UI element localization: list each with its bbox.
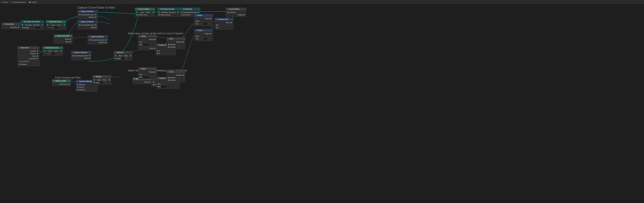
node-header[interactable]: ▼ Resample Curve bbox=[46, 20, 66, 23]
socket-out bbox=[244, 14, 245, 16]
label: Attribute bbox=[99, 42, 105, 44]
label-r: Geometry bbox=[33, 24, 40, 26]
row-geom: Geometry Geometry bbox=[88, 39, 108, 41]
row-x: X bbox=[215, 24, 233, 26]
label: Vector bbox=[226, 22, 230, 24]
node-header[interactable]: ▼ Capture Attribute bbox=[88, 35, 108, 38]
node-capture-attr-3[interactable]: ▼ Capture Attribute Geometry Geometry At… bbox=[88, 35, 108, 44]
value[interactable]: 3.000 bbox=[121, 57, 129, 60]
node-switch-1[interactable]: ▼ Switch Output False True 1.000 bbox=[194, 14, 213, 26]
socket-out bbox=[70, 41, 71, 42]
node-header[interactable]: ▼ Resample Curve bbox=[43, 46, 63, 49]
node-switch-2[interactable]: ▼ Switch Output False True 1.000 bbox=[194, 29, 213, 41]
row-a: A bbox=[156, 50, 176, 52]
node-capture-attr-4[interactable]: ▼ Capture Attribute Geometry Geometry Va… bbox=[71, 51, 92, 60]
close-icon[interactable]: ✕ bbox=[190, 14, 192, 16]
node-capture-attr-1[interactable]: ▼ Capture Attribute Geometry Geometry At… bbox=[77, 10, 98, 19]
node-header[interactable]: ▼ Switch bbox=[194, 29, 213, 32]
node-object-info[interactable]: ▼ Object Info Location Rotation Scale Ge… bbox=[17, 46, 40, 66]
node-and-1[interactable]: ▼ And Boolean Boolean Boolean bbox=[166, 37, 185, 49]
value[interactable]: 4.000 bbox=[100, 82, 108, 84]
capture-label: Capture Curve Factor & Index bbox=[77, 6, 115, 9]
node-header[interactable]: ▼ Set Spline Resolution bbox=[21, 20, 44, 23]
node-header[interactable]: ▼ Capture Attribute bbox=[78, 10, 98, 13]
node-header[interactable]: ▼ Combine XYZ bbox=[215, 18, 233, 21]
value[interactable]: 1.000 bbox=[204, 23, 212, 25]
node-combine-xyz[interactable]: ▼ Combine XYZ Vector X Y bbox=[214, 18, 234, 30]
toolbar-geo-nodes[interactable]: ✦ GeometryNodes bbox=[11, 1, 26, 3]
node-body: Curve Curve Evaluated bbox=[43, 49, 63, 56]
node-header[interactable]: ▼ Group Output bbox=[226, 8, 246, 10]
face-corners-label: Face Corners per Row bbox=[55, 76, 80, 79]
node-spline-param[interactable]: ▼ Spline Parameter Factor Index bbox=[54, 34, 72, 44]
node-set-shade-smooth[interactable]: ▼ Set Shade Smooth Geometry Geometry Sha… bbox=[157, 8, 180, 17]
node-header[interactable]: ▼ Switch bbox=[194, 14, 213, 17]
node-group-input[interactable]: ▼ Group Input Geometry bbox=[2, 22, 20, 29]
value[interactable]: 1.000 bbox=[204, 38, 212, 40]
node-header[interactable]: ▼ Equal bbox=[138, 35, 157, 38]
node-spline-length[interactable]: ▼ Spline Length Point Count bbox=[52, 80, 71, 86]
node-capture-attr-2[interactable]: ▼ Capture Attribute Geometry Geometry Va… bbox=[77, 20, 98, 30]
label-r: Geometry bbox=[88, 14, 94, 16]
socket-out bbox=[89, 55, 90, 56]
label: Geometry bbox=[80, 24, 88, 26]
node-header[interactable]: ▼ Set Shade Smooth bbox=[157, 8, 180, 10]
node-title: Set Shade Smooth bbox=[160, 8, 174, 10]
node-body: Value Value Value 4.000 bbox=[92, 78, 111, 84]
row-bool-in2: Boolean bbox=[166, 79, 185, 82]
node-header[interactable]: ▼ Capture Attribute bbox=[78, 20, 98, 23]
value[interactable]: 0 bbox=[142, 76, 150, 78]
node-multiply[interactable]: ▼ Multiply Value Value Value 4.000 bbox=[92, 75, 111, 85]
row-result: Result bbox=[138, 38, 157, 41]
dropdown[interactable]: Evaluated bbox=[47, 26, 58, 29]
toolbar: ⊙ Curve › ✦ GeometryNodes › 🔒 43146 bbox=[0, 0, 644, 4]
node-header[interactable]: ▼ Spline Length bbox=[52, 80, 71, 82]
row-false: False bbox=[194, 35, 213, 38]
node-header[interactable]: ▼ Subtract bbox=[114, 51, 132, 54]
dropdown[interactable]: Evaluated bbox=[44, 52, 55, 55]
node-header[interactable]: ▼ Multiply bbox=[92, 75, 111, 78]
node-subtract[interactable]: ▼ Subtract Value Value Value 3.000 bbox=[114, 51, 132, 60]
node-equal-1[interactable]: ▼ Equal Result A B 0 bbox=[138, 35, 157, 47]
toolbar-curve[interactable]: ⊙ Curve bbox=[2, 1, 8, 3]
node-group-input-header[interactable]: ▼ Group Input bbox=[2, 23, 20, 26]
label-r: Value bbox=[102, 79, 106, 81]
socket-out bbox=[210, 33, 212, 34]
node-title: Set Spline Resolution bbox=[24, 21, 40, 22]
node-header[interactable]: ▼ And bbox=[166, 38, 185, 40]
row-geom: Geometry Geometry bbox=[78, 14, 98, 16]
node-header[interactable]: ▼ Equal bbox=[138, 68, 157, 70]
row-scale: Scale bbox=[18, 55, 39, 57]
socket-out bbox=[183, 41, 184, 42]
label: Location bbox=[30, 50, 36, 52]
row-evaluated: Evaluated bbox=[46, 26, 66, 29]
node-equal-2[interactable]: ▼ Equal Result A B 0 bbox=[138, 67, 157, 80]
row-val2: Value 4.000 bbox=[92, 81, 111, 84]
node-curve-to-mesh[interactable]: ▼ Curve to Mesh Curve Mesh Profile Curve bbox=[135, 8, 156, 17]
node-set-spline-res[interactable]: ▼ Set Spline Resolution Geometry Geometr… bbox=[20, 20, 44, 30]
value[interactable]: 0 bbox=[142, 44, 150, 46]
node-and-2[interactable]: ▼ And Boolean Boolean Boolean bbox=[166, 70, 185, 82]
node-header[interactable]: ▼ Set Material bbox=[180, 8, 200, 10]
label: False bbox=[196, 20, 199, 22]
row-b: B 9 bbox=[156, 85, 180, 88]
node-header[interactable]: ▼ Curve to Mesh bbox=[135, 8, 155, 10]
resolution-value[interactable]: 65 bbox=[35, 26, 43, 29]
node-header[interactable]: ▼ Capture Attribute bbox=[71, 51, 91, 54]
close-icon[interactable]: ✕ bbox=[29, 61, 30, 62]
node-header[interactable]: ▼ Object Info bbox=[18, 46, 39, 49]
node-header[interactable]: ▼ Spline Parameter bbox=[54, 34, 72, 37]
node-title: Spline Parameter bbox=[57, 35, 70, 37]
label: Factor bbox=[65, 38, 69, 40]
node-title: Switch bbox=[197, 30, 202, 31]
node-header[interactable]: ▼ And bbox=[166, 70, 185, 73]
label: UVMap bbox=[238, 14, 243, 16]
label: As Instance bbox=[19, 64, 27, 65]
node-resample-1[interactable]: ▼ Resample Curve Curve Curve Evaluated bbox=[46, 20, 66, 30]
node-resample-2[interactable]: ▼ Resample Curve Curve Curve Evaluated bbox=[42, 46, 63, 56]
row-b: B 0 bbox=[138, 43, 157, 46]
label: Geometry bbox=[161, 12, 168, 13]
value[interactable]: 9 bbox=[160, 86, 168, 88]
curve-profile-field[interactable]: CurveProfile ✕ bbox=[18, 60, 32, 63]
node-group-output[interactable]: ▼ Group Output Geometry UVMap bbox=[226, 8, 246, 17]
